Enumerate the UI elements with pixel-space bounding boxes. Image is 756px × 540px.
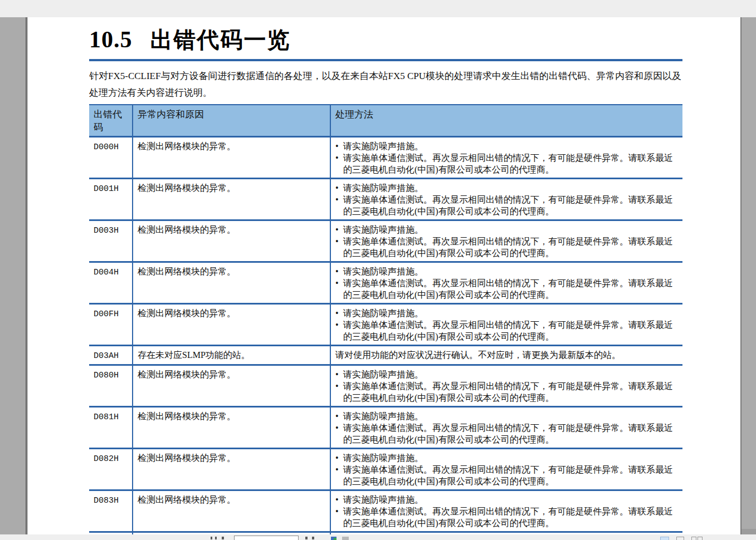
table-row: D082H 检测出网络模块的异常。 请实施防噪声措施。 请实施单体通信测试。再次… (89, 449, 682, 490)
cause-cell: 检测出网络模块的异常。 (133, 449, 330, 490)
bullet-icon (335, 452, 343, 464)
remedy-text: 请实施单体通信测试。再次显示相同出错的情况下，有可能是硬件异常。请联系最近的三菱… (343, 380, 678, 404)
page-layout-icon[interactable] (698, 537, 703, 540)
error-code-cell: D080H (89, 365, 133, 407)
table-row: D001H 检测出网络模块的异常。 请实施防噪声措施。 请实施单体通信测试。再次… (89, 179, 682, 220)
remedy-cell: 请实施防噪声措施。 请实施单体通信测试。再次显示相同出错的情况下，有可能是硬件异… (330, 220, 682, 262)
table-row: D080H 检测出网络模块的异常。 请实施防噪声措施。 请实施单体通信测试。再次… (89, 365, 682, 407)
remedy-text: 请实施防噪声措施。 (343, 494, 423, 505)
remedy-cell: 请实施防噪声措施。 请实施单体通信测试。再次显示相同出错的情况下，有可能是硬件异… (330, 262, 682, 304)
cause-cell: 检测出网络模块的异常。 (133, 365, 330, 407)
remedy-cell: 请实施防噪声措施。 请实施单体通信测试。再次显示相同出错的情况下，有可能是硬件异… (330, 304, 682, 346)
bullet-icon (335, 319, 343, 342)
cause-cell: 检测出网络模块的异常。 (133, 179, 330, 220)
heading-rule (89, 59, 682, 61)
table-row: D000H 检测出网络模块的异常。 请实施防噪声措施。 请实施单体通信测试。再次… (89, 137, 682, 179)
cause-cell: 检测出网络模块的异常。 (133, 490, 330, 532)
find-input[interactable] (234, 536, 299, 540)
remedy-bullet: 请实施防噪声措施。 (335, 369, 678, 380)
error-code-cell: D082H (89, 449, 133, 490)
remedy-bullet: 请实施单体通信测试。再次显示相同出错的情况下，有可能是硬件异常。请联系最近的三菱… (335, 380, 678, 404)
viewer-right-gutter (742, 17, 756, 534)
remedy-bullet: 请实施单体通信测试。再次显示相同出错的情况下，有可能是硬件异常。请联系最近的三菱… (335, 505, 678, 529)
error-code-cell: D003H (89, 220, 133, 262)
view-mode-icon[interactable] (676, 537, 684, 540)
bullet-icon (335, 464, 343, 487)
remedy-text: 请实施单体通信测试。再次显示相同出错的情况下，有可能是硬件异常。请联系最近的三菱… (343, 194, 678, 217)
remedy-bullet: 请实施防噪声措施。 (335, 182, 678, 194)
view-mode-selected-icon[interactable] (660, 537, 669, 540)
cause-cell: 检测出网络模块的异常。 (133, 220, 330, 262)
bullet-icon (335, 505, 343, 529)
document-page: 10.5 出错代码一览 针对FX5-CCLIEF与对方设备间进行数据通信的各处理… (28, 17, 740, 534)
remedy-cell: 请实施防噪声措施。 请实施单体通信测试。再次显示相同出错的情况下，有可能是硬件异… (330, 137, 682, 179)
remedy-bullet: 请实施单体通信测试。再次显示相同出错的情况下，有可能是硬件异常。请联系最近的三菱… (335, 235, 678, 259)
remedy-bullet: 请实施防噪声措施。 (335, 410, 678, 422)
error-code-cell: D081H (89, 407, 133, 449)
table-row: D003H 检测出网络模块的异常。 请实施防噪声措施。 请实施单体通信测试。再次… (89, 220, 682, 262)
error-code-cell: D004H (89, 262, 133, 304)
toolbar-label-fragment (211, 537, 212, 539)
error-code-cell: D000H (89, 137, 133, 179)
section-title: 出错代码一览 (150, 24, 291, 55)
bullet-icon (335, 266, 343, 277)
error-code-table: 出错代码 异常内容和原因 处理方法 D000H 检测出网络模块的异常。 请实施防… (89, 104, 682, 534)
remedy-text: 请实施防噪声措施。 (343, 224, 423, 235)
bullet-icon (335, 194, 343, 217)
table-row: D00FH 检测出网络模块的异常。 请实施防噪声措施。 请实施单体通信测试。再次… (89, 304, 682, 346)
remedy-text: 请对使用功能的对应状况进行确认。不对应时，请更换为最新版本的站。 (335, 349, 678, 361)
section-number: 10.5 (89, 26, 133, 53)
bullet-icon (335, 277, 343, 301)
remedy-bullet: 请实施单体通信测试。再次显示相同出错的情况下，有可能是硬件异常。请联系最近的三菱… (335, 194, 678, 217)
remedy-text: 请实施防噪声措施。 (343, 369, 423, 380)
remedy-bullet: 请实施单体通信测试。再次显示相同出错的情况下，有可能是硬件异常。请联系最近的三菱… (335, 277, 678, 301)
toolbar-button[interactable] (342, 537, 349, 540)
toolbar-label-fragment (312, 537, 314, 539)
cause-cell: 检测出网络模块的异常。 (133, 304, 330, 346)
remedy-text: 请实施单体通信测试。再次显示相同出错的情况下，有可能是硬件异常。请联系最近的三菱… (343, 235, 678, 259)
cause-cell: 检测出网络模块的异常。 (133, 407, 330, 449)
table-header-row: 出错代码 异常内容和原因 处理方法 (89, 105, 682, 137)
header-error-code: 出错代码 (89, 105, 133, 137)
cause-cell: 存在未对应SLMP功能的站。 (133, 346, 330, 365)
remedy-bullet: 请实施防噪声措施。 (335, 452, 678, 464)
page-layout-icon[interactable] (691, 537, 696, 540)
remedy-bullet: 请实施防噪声措施。 (335, 140, 678, 152)
bullet-icon (335, 182, 343, 194)
error-code-cell: D00FH (89, 304, 133, 346)
table-row: D03AH 存在未对应SLMP功能的站。 请对使用功能的对应状况进行确认。不对应… (89, 346, 682, 365)
remedy-bullet: 请实施单体通信测试。再次显示相同出错的情况下，有可能是硬件异常。请联系最近的三菱… (335, 464, 678, 487)
table-row: D081H 检测出网络模块的异常。 请实施防噪声措施。 请实施单体通信测试。再次… (89, 407, 682, 449)
remedy-cell: 请实施防噪声措施。 请实施单体通信测试。再次显示相同出错的情况下，有可能是硬件异… (330, 449, 682, 490)
checkmark-icon (334, 538, 336, 540)
bullet-icon (335, 422, 343, 445)
page-content: 10.5 出错代码一览 针对FX5-CCLIEF与对方设备间进行数据通信的各处理… (89, 24, 682, 534)
cause-cell: 检测出网络模块的异常。 (133, 262, 330, 304)
remedy-cell: 请实施防噪声措施。 请实施单体通信测试。再次显示相同出错的情况下，有可能是硬件异… (330, 179, 682, 220)
remedy-text: 请实施单体通信测试。再次显示相同出错的情况下，有可能是硬件异常。请联系最近的三菱… (343, 422, 678, 445)
remedy-text: 请实施防噪声措施。 (343, 140, 423, 152)
bullet-icon (335, 235, 343, 259)
bullet-icon (335, 224, 343, 235)
remedy-cell: 请实施防噪声措施。 请实施单体通信测试。再次显示相同出错的情况下，有可能是硬件异… (330, 490, 682, 532)
remedy-cell: 请实施防噪声措施。 请实施单体通信测试。再次显示相同出错的情况下，有可能是硬件异… (330, 365, 682, 407)
toolbar-label-fragment (215, 537, 217, 539)
table-row: D083H 检测出网络模块的异常。 请实施防噪声措施。 请实施单体通信测试。再次… (89, 490, 682, 532)
bullet-icon (335, 410, 343, 422)
remedy-bullet: 请实施单体通信测试。再次显示相同出错的情况下，有可能是硬件异常。请联系最近的三菱… (335, 422, 678, 445)
intro-paragraph: 针对FX5-CCLIEF与对方设备间进行数据通信的各处理，以及在来自本站FX5 … (89, 68, 682, 101)
header-cause: 异常内容和原因 (133, 105, 330, 137)
remedy-cell: 请实施防噪声措施。 请实施单体通信测试。再次显示相同出错的情况下，有可能是硬件异… (330, 407, 682, 449)
error-code-cell: D001H (89, 179, 133, 220)
remedy-text: 请实施单体通信测试。再次显示相同出错的情况下，有可能是硬件异常。请联系最近的三菱… (343, 464, 678, 487)
remedy-text: 请实施单体通信测试。再次显示相同出错的情况下，有可能是硬件异常。请联系最近的三菱… (343, 319, 678, 342)
bullet-icon (335, 380, 343, 404)
remedy-text: 请实施单体通信测试。再次显示相同出错的情况下，有可能是硬件异常。请联系最近的三菱… (343, 505, 678, 529)
section-heading: 10.5 出错代码一览 (89, 24, 682, 55)
bullet-icon (335, 494, 343, 505)
remedy-text: 请实施单体通信测试。再次显示相同出错的情况下，有可能是硬件异常。请联系最近的三菱… (343, 277, 678, 301)
bullet-icon (335, 140, 343, 152)
toolbar-label-fragment (222, 537, 224, 539)
error-code-cell: D083H (89, 490, 133, 532)
remedy-text: 请实施防噪声措施。 (343, 266, 423, 277)
